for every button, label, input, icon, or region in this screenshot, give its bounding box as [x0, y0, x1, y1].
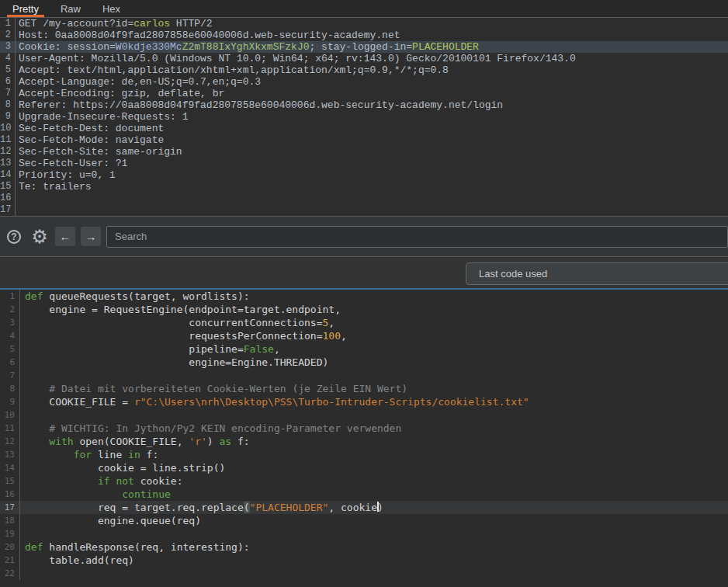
http-request-editor[interactable]: 1GET /my-account?id=carlos HTTP/22Host: …	[0, 18, 728, 216]
line-number: 17	[0, 204, 16, 216]
search-input[interactable]	[106, 226, 728, 248]
request-line-text: Sec-Fetch-Site: same-origin	[16, 146, 182, 158]
code-line-text: COOKIE_FILE = r"C:\Users\nrh\Desktop\PSS…	[20, 395, 529, 408]
line-number: 20	[0, 540, 20, 554]
code-line[interactable]: 5 pipeline=False,	[0, 342, 728, 356]
code-line[interactable]: 2 engine = RequestEngine(endpoint=target…	[0, 303, 728, 316]
code-line[interactable]: 7	[0, 369, 728, 382]
request-line-text: Referer: https://0aa8008d04f9fad2807858e…	[16, 99, 503, 111]
code-line[interactable]: 19	[0, 527, 728, 540]
line-number: 14	[0, 461, 20, 474]
request-line[interactable]: 9Upgrade-Insecure-Requests: 1	[0, 111, 728, 123]
code-line-text: for line in f:	[20, 448, 158, 461]
python-script-editor[interactable]: 1def queueRequests(target, wordlists):2 …	[0, 290, 728, 587]
line-number: 3	[0, 41, 16, 53]
code-line[interactable]: 18 engine.queue(req)	[0, 514, 728, 527]
line-number: 21	[0, 554, 20, 567]
request-line-text: User-Agent: Mozilla/5.0 (Windows NT 10.0…	[16, 53, 576, 64]
tab-raw[interactable]: Raw	[50, 0, 92, 17]
code-line[interactable]: 20def handleResponse(req, interesting):	[0, 540, 728, 554]
line-number: 19	[0, 527, 20, 540]
message-view-tabs: Pretty Raw Hex	[0, 0, 728, 18]
code-line-text: # WICHTIG: In Jython/Py2 KEIN encoding-P…	[20, 422, 401, 435]
line-number: 14	[0, 169, 16, 181]
code-line[interactable]: 9 COOKIE_FILE = r"C:\Users\nrh\Desktop\P…	[0, 395, 728, 408]
line-number: 3	[0, 316, 20, 329]
code-line[interactable]: 21 table.add(req)	[0, 554, 728, 567]
code-line[interactable]: 13 for line in f:	[0, 448, 728, 461]
code-line-text: # Datei mit vorbereiteten Cookie-Werten …	[20, 382, 407, 395]
line-number: 9	[0, 395, 20, 408]
line-number: 4	[0, 53, 16, 64]
code-line-text: continue	[20, 488, 171, 501]
request-line[interactable]: 5Accept: text/html,application/xhtml+xml…	[0, 64, 728, 76]
line-number: 11	[0, 422, 20, 435]
tab-pretty[interactable]: Pretty	[2, 0, 50, 17]
request-line[interactable]: 10Sec-Fetch-Dest: document	[0, 123, 728, 134]
request-line[interactable]: 3Cookie: session=W0kdje330McZ2mT88IxYghX…	[0, 41, 728, 53]
tab-hex[interactable]: Hex	[92, 0, 131, 17]
line-number: 1	[0, 290, 20, 303]
request-line[interactable]: 14Priority: u=0, i	[0, 169, 728, 181]
line-number: 5	[0, 342, 20, 356]
request-line[interactable]: 8Referer: https://0aa8008d04f9fad2807858…	[0, 99, 728, 111]
request-line[interactable]: 15Te: trailers	[0, 181, 728, 193]
request-line[interactable]: 1GET /my-account?id=carlos HTTP/2	[0, 18, 728, 30]
line-number: 10	[0, 408, 20, 422]
code-line[interactable]: 8 # Datei mit vorbereiteten Cookie-Werte…	[0, 382, 728, 395]
code-line[interactable]: 6 engine=Engine.THREADED)	[0, 356, 728, 369]
request-line[interactable]: 6Accept-Language: de,en-US;q=0.7,en;q=0.…	[0, 76, 728, 88]
line-number: 5	[0, 64, 16, 76]
line-number: 6	[0, 356, 20, 369]
code-line-text: engine = RequestEngine(endpoint=target.e…	[20, 303, 341, 316]
line-number: 2	[0, 303, 20, 316]
code-line-text: def handleResponse(req, interesting):	[20, 540, 250, 554]
script-dropdown[interactable]: Last code used	[466, 262, 728, 285]
code-line-text: concurrentConnections=5,	[20, 316, 335, 329]
line-number: 16	[0, 193, 16, 204]
request-line[interactable]: 2Host: 0aa8008d04f9fad2807858e60040006d.…	[0, 30, 728, 41]
script-dropdown-value: Last code used	[479, 268, 547, 280]
help-button[interactable]: ?	[4, 227, 24, 246]
code-line[interactable]: 4 requestsPerConnection=100,	[0, 329, 728, 342]
request-line-text: Te: trailers	[16, 181, 92, 193]
line-number: 10	[0, 123, 16, 134]
line-number: 9	[0, 111, 16, 123]
code-line[interactable]: 1def queueRequests(target, wordlists):	[0, 290, 728, 303]
request-line-text: Accept: text/html,application/xhtml+xml,…	[16, 64, 449, 76]
request-line[interactable]: 17	[0, 204, 728, 216]
line-number: 2	[0, 30, 16, 41]
code-line[interactable]: 11 # WICHTIG: In Jython/Py2 KEIN encodin…	[0, 422, 728, 435]
turbo-intruder-window: Pretty Raw Hex 1GET /my-account?id=carlo…	[0, 0, 728, 587]
code-line[interactable]: 16 continue	[0, 488, 728, 501]
request-line[interactable]: 7Accept-Encoding: gzip, deflate, br	[0, 88, 728, 99]
request-line[interactable]: 16	[0, 193, 728, 204]
code-line-text: cookie = line.strip()	[20, 461, 225, 474]
request-line-text: Sec-Fetch-Dest: document	[16, 123, 164, 134]
line-number: 13	[0, 158, 16, 169]
code-line[interactable]: 10	[0, 408, 728, 422]
line-number: 1	[0, 18, 16, 30]
request-line-text: Sec-Fetch-Mode: navigate	[16, 134, 164, 146]
settings-button[interactable]: ⚙︎	[29, 227, 50, 246]
code-line[interactable]: 15 if not cookie:	[0, 474, 728, 488]
request-line[interactable]: 13Sec-Fetch-User: ?1	[0, 158, 728, 169]
prev-match-button[interactable]: ←	[55, 227, 75, 246]
request-line[interactable]: 4User-Agent: Mozilla/5.0 (Windows NT 10.…	[0, 53, 728, 64]
code-line[interactable]: 17 req = target.req.replace("PLACEHOLDER…	[0, 501, 728, 514]
code-line-text: requestsPerConnection=100,	[20, 329, 347, 342]
next-match-button[interactable]: →	[81, 227, 101, 246]
search-toolbar: ? ⚙︎ ← →	[0, 216, 728, 257]
code-line[interactable]: 12 with open(COOKIE_FILE, 'r') as f:	[0, 435, 728, 448]
arrow-left-icon: ←	[60, 230, 71, 243]
code-line-text	[20, 527, 25, 540]
request-line[interactable]: 11Sec-Fetch-Mode: navigate	[0, 134, 728, 146]
line-number: 16	[0, 488, 20, 501]
line-number: 7	[0, 369, 20, 382]
request-line[interactable]: 12Sec-Fetch-Site: same-origin	[0, 146, 728, 158]
line-number: 6	[0, 76, 16, 88]
code-line[interactable]: 3 concurrentConnections=5,	[0, 316, 728, 329]
code-line[interactable]: 22	[0, 567, 728, 580]
code-line[interactable]: 14 cookie = line.strip()	[0, 461, 728, 474]
code-line-text: pipeline=False,	[20, 342, 280, 356]
